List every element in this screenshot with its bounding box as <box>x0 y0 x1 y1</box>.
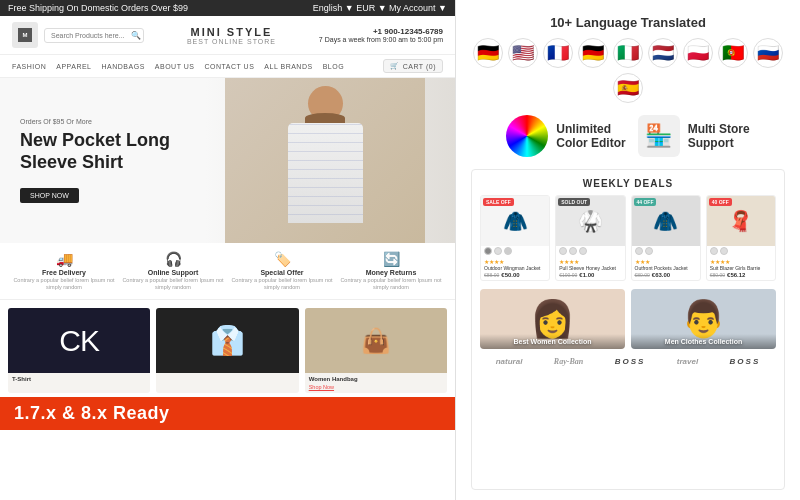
color-editor-text: UnlimitedColor Editor <box>556 122 625 151</box>
deals-title: WEEKLY DEALS <box>480 178 776 189</box>
deal-info-3: ★★★ Outfront Pockets Jacket €80.00 €63.0… <box>632 256 700 280</box>
right-panel: 10+ Language Translated 🇩🇪 🇺🇸 🇫🇷 🇩🇪 🇮🇹 🇳… <box>455 0 800 500</box>
brand-logos: natural Ray-Ban BOSS travel BOSS <box>480 357 776 366</box>
brand-travel: travel <box>677 357 698 366</box>
deal-name-2: Pull Sleeve Honey Jacket <box>559 265 621 271</box>
orders-badge: Orders Of $95 Or More <box>20 118 198 125</box>
product-card-1: CK T-Shirt <box>8 308 150 393</box>
hero-text: Orders Of $95 Or More New Pocket LongSle… <box>0 98 218 222</box>
feature-delivery: 🚚 Free Delivery Contrary a popular belie… <box>12 251 116 291</box>
cart-button[interactable]: 🛒 CART (0) <box>383 59 443 73</box>
delivery-title: Free Delivery <box>12 269 116 276</box>
option-dot <box>559 247 567 255</box>
color-editor-title: UnlimitedColor Editor <box>556 122 625 151</box>
nav-apparel[interactable]: APPAREL <box>56 63 91 70</box>
shop-now-button[interactable]: SHOP NOW <box>20 188 79 203</box>
brand-sub: BEST ONLINE STORE <box>187 38 276 45</box>
flag-it: 🇮🇹 <box>613 38 643 68</box>
flag-fr: 🇫🇷 <box>543 38 573 68</box>
brand-boss-1: BOSS <box>615 357 646 366</box>
flag-de: 🇩🇪 <box>473 38 503 68</box>
store-header: M 🔍 MINI STYLE BEST ONLINE STORE +1 900-… <box>0 16 455 55</box>
flag-de2: 🇩🇪 <box>578 38 608 68</box>
collection-women-label: Best Women Collection <box>480 334 625 349</box>
nav-handbags[interactable]: HANDBAGS <box>102 63 145 70</box>
multistore-icon: 🏪 <box>638 115 680 157</box>
returns-desc: Contrary a popular belief lorem Ipsum no… <box>339 277 443 291</box>
returns-icon: 🔄 <box>339 251 443 267</box>
option-dot <box>494 247 502 255</box>
deal-name-3: Outfront Pockets Jacket <box>635 265 697 271</box>
nav-about[interactable]: ABOUT US <box>155 63 195 70</box>
nav-contact[interactable]: CONTACT US <box>204 63 254 70</box>
deal-price-3: €80.00 €63.00 <box>635 272 697 278</box>
weekly-deals: WEEKLY DEALS SALE OFF 🧥 ★★★★ Outdoor Win… <box>471 169 785 490</box>
flag-nl: 🇳🇱 <box>648 38 678 68</box>
support-title: Online Support <box>121 269 225 276</box>
deal-card-1: SALE OFF 🧥 ★★★★ Outdoor Wingman Jacket €… <box>480 195 550 281</box>
collection-row: 👩 Best Women Collection 👨 Men Clothes Co… <box>480 289 776 349</box>
deal-badge-3: 44 OFF <box>634 198 657 206</box>
announce-bar: Free Shipping On Domestic Orders Over $9… <box>0 0 455 16</box>
flag-ru: 🇷🇺 <box>753 38 783 68</box>
deal-name-4: Suit Blazer Girls Barrie <box>710 265 772 271</box>
brand-rayban: Ray-Ban <box>554 357 583 366</box>
offer-icon: 🏷️ <box>230 251 334 267</box>
option-dot <box>504 247 512 255</box>
brand-natural: natural <box>496 357 523 366</box>
brand-name: MINI STYLE <box>187 26 276 38</box>
option-dot <box>645 247 653 255</box>
collection-men: 👨 Men Clothes Collection <box>631 289 776 349</box>
returns-title: Money Returns <box>339 269 443 276</box>
flag-row: 🇩🇪 🇺🇸 🇫🇷 🇩🇪 🇮🇹 🇳🇱 🇵🇱 🇵🇹 🇷🇺 🇪🇸 <box>471 38 785 103</box>
product-image-1: CK <box>8 308 150 373</box>
nav-brands[interactable]: ALL BRANDS <box>264 63 312 70</box>
option-dot <box>710 247 718 255</box>
announce-text: Free Shipping On Domestic Orders Over $9… <box>8 3 188 13</box>
hero-image <box>225 78 425 243</box>
deal-price-new-2: €1.00 <box>579 272 594 278</box>
feature-returns: 🔄 Money Returns Contrary a popular belie… <box>339 251 443 291</box>
deal-stars-2: ★★★★ <box>559 258 621 265</box>
deal-badge-4: 40 OFF <box>709 198 732 206</box>
cart-icon: 🛒 <box>390 62 400 70</box>
collection-women: 👩 Best Women Collection <box>480 289 625 349</box>
nav-fashion[interactable]: FASHION <box>12 63 46 70</box>
support-icon: 🎧 <box>121 251 225 267</box>
deal-price-new-3: €63.00 <box>652 272 670 278</box>
deal-price-new-1: €50.00 <box>501 272 519 278</box>
product-shop-link-3[interactable]: Shop Now <box>305 383 447 393</box>
multistore-title: Multi StoreSupport <box>688 122 750 151</box>
deal-price-1: €88.00 €50.00 <box>484 272 546 278</box>
deal-badge-2: SOLD OUT <box>558 198 590 206</box>
product-image-3: 👜 <box>305 308 447 373</box>
offer-title: Special Offer <box>230 269 334 276</box>
left-panel: Free Shipping On Domestic Orders Over $9… <box>0 0 455 500</box>
deal-options-2 <box>559 247 621 255</box>
deal-options-1 <box>484 247 546 255</box>
feature-offer: 🏷️ Special Offer Contrary a popular beli… <box>230 251 334 291</box>
deal-badge-1: SALE OFF <box>483 198 514 206</box>
option-dot <box>635 247 643 255</box>
deal-name-1: Outdoor Wingman Jacket <box>484 265 546 271</box>
brand-center: MINI STYLE BEST ONLINE STORE <box>187 26 276 45</box>
search-icon[interactable]: 🔍 <box>131 31 141 40</box>
phone-number: +1 900-12345-6789 <box>319 27 443 36</box>
offer-desc: Contrary a popular belief lorem Ipsum no… <box>230 277 334 291</box>
deal-info-2: ★★★★ Pull Sleeve Honey Jacket €100.00 €1… <box>556 256 624 280</box>
deal-stars-1: ★★★★ <box>484 258 546 265</box>
hero-title: New Pocket LongSleeve Shirt <box>20 130 198 173</box>
product-label-1: T-Shirt <box>8 373 150 383</box>
product-card-2: 👔 <box>156 308 298 393</box>
flag-pl: 🇵🇱 <box>683 38 713 68</box>
deal-card-2: SOLD OUT 🥋 ★★★★ Pull Sleeve Honey Jacket… <box>555 195 625 281</box>
search-bar[interactable]: 🔍 <box>44 28 144 43</box>
deal-card-4: 40 OFF 🧣 ★★★★ Suit Blazer Girls Barrie €… <box>706 195 776 281</box>
flag-us: 🇺🇸 <box>508 38 538 68</box>
product-card-3: 👜 Women Handbag Shop Now <box>305 308 447 393</box>
feature-card-color: UnlimitedColor Editor <box>506 115 625 157</box>
option-dot <box>579 247 587 255</box>
lang-section: 10+ Language Translated 🇩🇪 🇺🇸 🇫🇷 🇩🇪 🇮🇹 🇳… <box>471 15 785 103</box>
nav-blog[interactable]: BLOG <box>323 63 344 70</box>
search-input[interactable] <box>51 32 131 39</box>
